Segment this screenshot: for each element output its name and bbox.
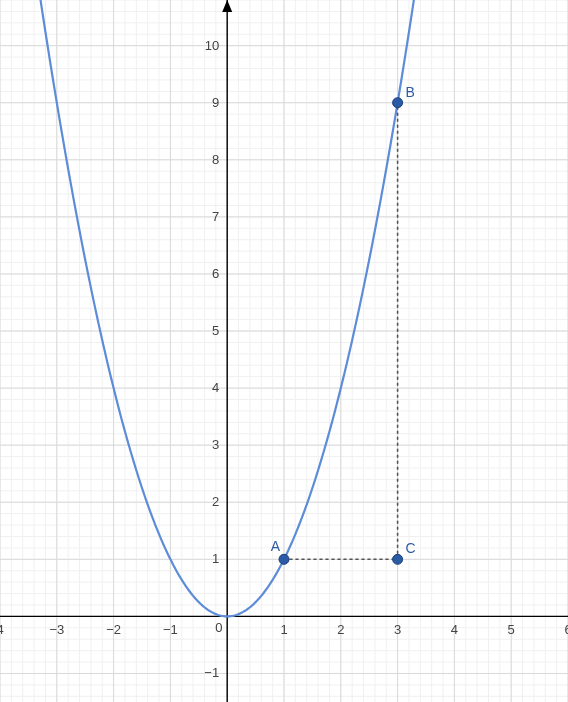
y-tick-label: 3 [212, 437, 219, 452]
point-a [279, 554, 289, 564]
y-tick-label: 7 [212, 209, 219, 224]
y-tick-label: 10 [205, 38, 219, 53]
x-tick-label: 0 [215, 620, 222, 635]
point-b [393, 98, 403, 108]
y-tick-label: 8 [212, 152, 219, 167]
x-tick-label: 1 [280, 622, 287, 637]
y-tick-label: 1 [212, 551, 219, 566]
point-c-label: C [406, 540, 416, 556]
y-tick-label: 9 [212, 95, 219, 110]
point-c [393, 554, 403, 564]
y-tick-labels: −112345678910 [204, 38, 219, 681]
y-tick-label: 6 [212, 266, 219, 281]
chart-svg: 4−3−2−10123456 −112345678910 A B C [0, 0, 568, 702]
grid-major [0, 0, 568, 702]
y-tick-label: 2 [212, 494, 219, 509]
x-tick-label: −3 [49, 622, 64, 637]
x-tick-label: 5 [508, 622, 515, 637]
y-axis-arrow-icon [222, 0, 232, 12]
y-tick-label: 4 [212, 380, 219, 395]
x-tick-label: −1 [163, 622, 178, 637]
x-tick-labels: 4−3−2−10123456 [0, 620, 568, 637]
y-tick-label: 5 [212, 323, 219, 338]
x-tick-label: 4 [0, 622, 4, 637]
x-tick-label: 6 [564, 622, 568, 637]
point-b-label: B [406, 84, 415, 100]
y-tick-label: −1 [204, 665, 219, 680]
x-tick-label: 3 [394, 622, 401, 637]
x-tick-label: 2 [337, 622, 344, 637]
point-a-label: A [271, 538, 281, 554]
chart-container: 4−3−2−10123456 −112345678910 A B C [0, 0, 568, 702]
x-tick-label: 4 [451, 622, 458, 637]
x-tick-label: −2 [106, 622, 121, 637]
